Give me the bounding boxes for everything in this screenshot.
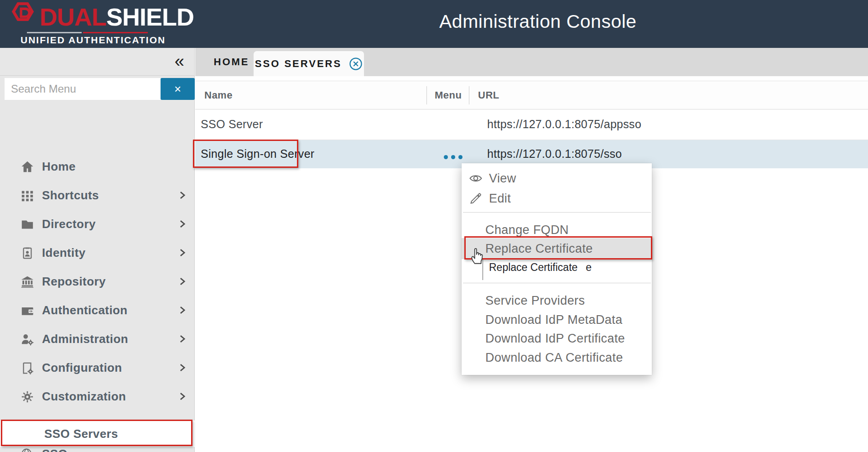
sidebar-collapse-button[interactable]: « (175, 52, 184, 71)
row-menu-button[interactable] (444, 155, 463, 159)
sidebar-separator (0, 75, 195, 76)
sidebar-item-label: Repository (42, 275, 106, 289)
chevron-right-icon (177, 219, 187, 231)
menu-item-download-idp-certificate[interactable]: Download IdP Certificate (462, 329, 652, 348)
column-header-name[interactable]: Name (204, 89, 233, 101)
user-gear-icon (20, 332, 35, 347)
logo-text-shield: SHIELD (106, 3, 194, 31)
column-header-menu[interactable]: Menu (435, 89, 462, 101)
menu-item-label: View (489, 171, 516, 186)
tooltip: Replace Certificatee (489, 261, 592, 274)
menu-item-label: Download CA Certificate (485, 351, 623, 365)
sidebar-item-label: SSO (42, 447, 68, 452)
column-separator (426, 86, 427, 104)
menu-item-service-providers[interactable]: Service Providers (462, 291, 652, 310)
shield-logo-icon (11, 2, 38, 31)
close-icon: × (174, 82, 181, 96)
tab-close-icon[interactable] (349, 57, 363, 71)
menu-divider (463, 212, 651, 213)
dualshield-logo[interactable]: DUALSHIELD UNIFIED AUTHENTICATION (11, 3, 176, 46)
sidebar-item-repository[interactable]: Repository (0, 267, 195, 296)
tab-home[interactable]: HOME (201, 48, 262, 76)
sidebar-item-shortcuts[interactable]: Shortcuts (0, 181, 195, 210)
sidebar-search-row: × (0, 78, 195, 100)
sidebar-item-customization[interactable]: Customization (0, 382, 195, 411)
sidebar-item-administration[interactable]: Administration (0, 325, 195, 353)
administration-console-window: DUALSHIELD UNIFIED AUTHENTICATION Admini… (0, 0, 868, 452)
menu-item-download-ca-certificate[interactable]: Download CA Certificate (462, 348, 652, 367)
menu-item-replace-certificate[interactable]: Replace Certificate (462, 238, 652, 259)
column-separator (469, 86, 469, 104)
bank-icon (20, 275, 35, 289)
logo-divider (27, 32, 176, 33)
sidebar-item-configuration[interactable]: Configuration (0, 353, 195, 382)
menu-item-change-fqdn[interactable]: Change FQDN (462, 220, 652, 239)
row-url: https://127.0.0.1:8075/sso (487, 147, 622, 161)
folder-icon (20, 217, 35, 232)
sidebar-item-label: Shortcuts (42, 188, 99, 203)
sidebar-item-directory[interactable]: Directory (0, 210, 195, 239)
context-menu: View Edit Change FQDN Replace Certificat… (462, 163, 652, 375)
logo-text-dual: DUAL (40, 3, 106, 31)
sidebar-item-identity[interactable]: Identity (0, 239, 195, 267)
menu-item-label: Download IdP MetaData (485, 313, 623, 327)
sidebar-item-label: Directory (42, 217, 96, 231)
table-header: Name Menu URL (195, 81, 868, 109)
logo-row: DUALSHIELD (11, 3, 176, 31)
chevron-right-icon (177, 305, 187, 317)
file-gear-icon (20, 361, 35, 375)
tab-label: SSO SERVERS (255, 58, 342, 70)
sidebar-item-home[interactable]: Home (0, 152, 195, 181)
menu-item-label: Service Providers (485, 294, 585, 308)
chevron-right-icon (177, 190, 187, 202)
sidebar-item-label: Configuration (42, 361, 122, 375)
tooltip-text: Replace Certificate (489, 261, 577, 274)
search-input[interactable] (5, 78, 161, 100)
menu-item-view[interactable]: View (462, 169, 652, 188)
menu-item-label: Change FQDN (485, 223, 569, 237)
logo-tagline: UNIFIED AUTHENTICATION (21, 35, 176, 46)
menu-item-download-idp-metadata[interactable]: Download IdP MetaData (462, 310, 652, 329)
column-header-url[interactable]: URL (478, 89, 499, 101)
page-title: Administration Console (439, 11, 637, 32)
chevron-right-icon (177, 248, 187, 260)
grid-icon (20, 188, 35, 203)
eye-icon (469, 171, 483, 185)
menu-divider (463, 283, 651, 283)
wallet-icon (20, 303, 35, 318)
gear-icon (20, 390, 35, 404)
menu-item-label: Edit (489, 192, 511, 206)
chevron-right-icon (177, 334, 187, 346)
chevron-right-icon (177, 363, 187, 374)
menu-item-label: Download IdP Certificate (485, 332, 625, 346)
sidebar-item-label: Customization (42, 390, 126, 404)
row-name: SSO Server (201, 118, 263, 131)
globe-gear-icon (20, 447, 35, 452)
tab-label: HOME (214, 56, 249, 68)
sidebar-item-label: Identity (42, 246, 86, 260)
tab-bar: HOME SSO SERVERS (195, 48, 868, 76)
chevron-right-icon (177, 391, 187, 403)
sidebar-item-sso-servers[interactable]: SSO Servers (0, 421, 195, 447)
chevron-right-icon (177, 276, 187, 288)
app-header: DUALSHIELD UNIFIED AUTHENTICATION Admini… (0, 0, 868, 48)
home-icon (20, 160, 35, 174)
row-url: https://127.0.0.1:8075/appsso (487, 118, 641, 131)
tooltip-extra: e (586, 261, 592, 274)
sidebar-subitem-label: SSO Servers (44, 427, 118, 441)
pencil-icon (469, 192, 483, 205)
id-card-icon (20, 246, 35, 260)
sidebar: « × Home Shortcuts Directory (0, 48, 195, 452)
menu-item-edit[interactable]: Edit (462, 189, 652, 208)
sidebar-item-label: Administration (42, 332, 128, 346)
table-row[interactable]: SSO Server https://127.0.0.1:8075/appsso (195, 109, 868, 140)
tab-sso-servers[interactable]: SSO SERVERS (254, 51, 364, 76)
sidebar-item-label: Home (42, 160, 76, 174)
hand-cursor-icon (469, 245, 485, 265)
sidebar-item-authentication[interactable]: Authentication (0, 296, 195, 325)
menu-item-label: Replace Certificate (485, 242, 593, 256)
row-name: Single Sign-on Server (201, 147, 315, 161)
search-clear-button[interactable]: × (161, 78, 195, 100)
sidebar-item-label: Authentication (42, 303, 128, 317)
